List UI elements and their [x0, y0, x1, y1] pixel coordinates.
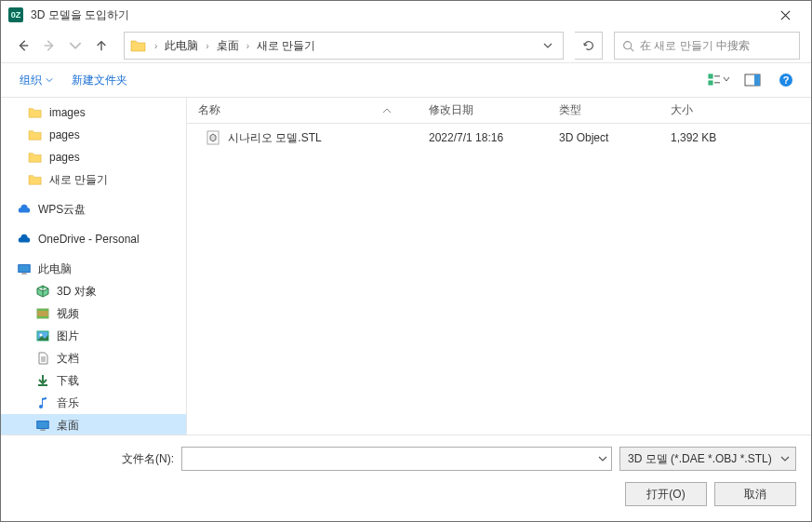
folder-icon — [27, 127, 44, 142]
document-icon — [34, 351, 51, 366]
svg-rect-3 — [714, 75, 720, 77]
sidebar-item-videos[interactable]: 视频 — [1, 302, 186, 325]
preview-pane-button[interactable] — [737, 69, 768, 91]
svg-text:?: ? — [783, 74, 790, 86]
cloud-icon — [16, 202, 33, 217]
breadcrumb[interactable]: 새로 만들기 — [251, 33, 321, 59]
sidebar-item[interactable]: pages — [1, 124, 186, 146]
cube-icon — [34, 284, 51, 299]
file-type-filter[interactable]: 3D 모델 (*.DAE *.OBJ *.STL) — [619, 447, 796, 471]
download-icon — [34, 373, 51, 388]
svg-rect-10 — [21, 273, 26, 274]
folder-icon — [130, 37, 147, 54]
body: images pages pages 새로 만들기 WPS云盘 OneDrive… — [1, 98, 811, 435]
monitor-icon — [34, 418, 51, 433]
search-icon — [622, 40, 634, 52]
cancel-button[interactable]: 取消 — [714, 482, 796, 506]
close-button[interactable] — [766, 2, 804, 28]
svg-rect-4 — [714, 82, 720, 84]
toolbar: 组织 新建文件夹 ? — [1, 62, 811, 98]
up-button[interactable] — [90, 34, 113, 57]
file-date: 2022/7/1 18:16 — [429, 131, 559, 144]
sidebar-item-onedrive[interactable]: OneDrive - Personal — [1, 228, 186, 250]
refresh-button[interactable] — [575, 32, 603, 60]
recent-dropdown[interactable] — [64, 34, 87, 57]
view-icon — [708, 74, 730, 87]
sidebar-item[interactable]: 새로 만들기 — [1, 168, 186, 191]
picture-icon — [34, 328, 51, 343]
refresh-icon — [582, 39, 595, 52]
organize-button[interactable]: 组织 — [10, 69, 62, 92]
sidebar-item-pictures[interactable]: 图片 — [1, 325, 186, 347]
address-bar[interactable]: › 此电脑 › 桌面 › 새로 만들기 — [124, 32, 564, 60]
chevron-down-icon — [46, 76, 53, 84]
column-size[interactable]: 大小 — [671, 102, 764, 118]
svg-rect-1 — [709, 74, 712, 78]
new-folder-button[interactable]: 新建文件夹 — [62, 69, 137, 92]
window-title: 3D 모델을 도입하기 — [31, 7, 766, 23]
svg-rect-9 — [19, 265, 30, 273]
sidebar-item[interactable]: images — [1, 101, 186, 124]
svg-rect-18 — [40, 429, 45, 430]
chevron-down-icon — [69, 39, 82, 52]
column-name[interactable]: 名称 — [187, 102, 429, 118]
chevron-right-icon: › — [153, 41, 159, 51]
sidebar-item-3d[interactable]: 3D 对象 — [1, 280, 186, 302]
help-icon: ? — [779, 73, 793, 87]
titlebar: 0Z 3D 모델을 도입하기 — [1, 1, 811, 29]
folder-icon — [27, 172, 44, 187]
sidebar-item-music[interactable]: 音乐 — [1, 392, 186, 414]
chevron-down-icon — [598, 454, 607, 463]
forward-button[interactable] — [38, 34, 60, 57]
stl-file-icon — [206, 130, 220, 145]
column-date[interactable]: 修改日期 — [429, 102, 559, 118]
file-size: 1,392 KB — [671, 131, 764, 144]
preview-pane-icon — [744, 74, 761, 87]
sidebar-item-this-pc[interactable]: 此电脑 — [1, 258, 186, 280]
file-list-area: 名称 修改日期 类型 大小 시나리오 모델.STL 2022/7/1 18:16… — [187, 98, 811, 435]
sidebar: images pages pages 새로 만들기 WPS云盘 OneDrive… — [1, 98, 187, 435]
arrow-up-icon — [95, 39, 108, 52]
view-options-button[interactable] — [703, 69, 735, 91]
svg-rect-17 — [37, 422, 48, 429]
filename-input[interactable] — [181, 447, 612, 471]
sort-asc-icon — [382, 107, 392, 114]
file-name: 시나리오 모델.STL — [228, 130, 322, 146]
back-button[interactable] — [12, 34, 34, 57]
app-icon: 0Z — [8, 7, 23, 22]
close-icon — [780, 10, 791, 20]
chevron-right-icon: › — [204, 41, 210, 51]
search-input[interactable]: 在 새로 만들기 中搜索 — [614, 32, 800, 60]
monitor-icon — [16, 261, 33, 276]
file-type: 3D Object — [559, 131, 671, 144]
svg-point-0 — [624, 41, 632, 48]
svg-rect-13 — [37, 316, 48, 318]
breadcrumb[interactable]: 桌面 — [211, 33, 245, 59]
address-dropdown[interactable] — [537, 41, 559, 50]
folder-icon — [27, 105, 44, 120]
sidebar-item-downloads[interactable]: 下载 — [1, 369, 186, 392]
svg-point-16 — [39, 405, 43, 408]
svg-rect-2 — [709, 81, 712, 85]
file-row[interactable]: 시나리오 모델.STL 2022/7/1 18:16 3D Object 1,3… — [187, 124, 811, 152]
open-button[interactable]: 打开(O) — [625, 482, 707, 506]
svg-point-15 — [40, 334, 43, 337]
sidebar-item-wps[interactable]: WPS云盘 — [1, 198, 186, 221]
sidebar-item-documents[interactable]: 文档 — [1, 347, 186, 369]
search-placeholder: 在 새로 만들기 中搜索 — [640, 38, 750, 54]
video-icon — [34, 306, 51, 321]
breadcrumb[interactable]: 此电脑 — [159, 33, 204, 59]
sidebar-item[interactable]: pages — [1, 146, 186, 168]
filename-label: 文件名(N): — [16, 451, 174, 467]
column-headers: 名称 修改日期 类型 大小 — [187, 98, 811, 124]
nav-row: › 此电脑 › 桌面 › 새로 만들기 在 새로 만들기 中搜索 — [1, 29, 811, 62]
column-type[interactable]: 类型 — [559, 102, 671, 118]
svg-rect-6 — [754, 74, 760, 86]
sidebar-item-desktop[interactable]: 桌面 — [1, 414, 186, 435]
music-icon — [34, 395, 51, 410]
bottom-bar: 文件名(N): 3D 모델 (*.DAE *.OBJ *.STL) 打开(O) … — [1, 435, 811, 521]
file-dialog: 0Z 3D 모델을 도입하기 › 此电脑 › 桌面 › 새로 만들기 — [0, 0, 812, 522]
chevron-down-icon — [780, 454, 790, 463]
help-button[interactable]: ? — [770, 69, 802, 91]
cloud-icon — [16, 232, 33, 247]
